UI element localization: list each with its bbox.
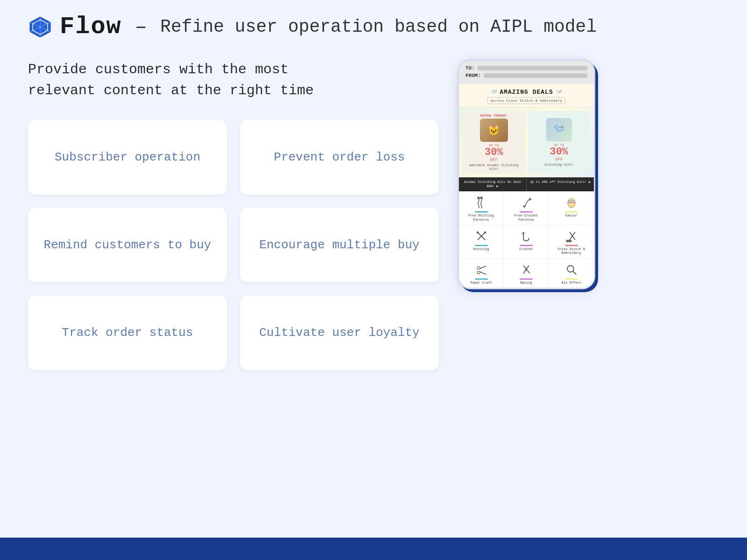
- right-panel: TO: FROM: 🪡 AMAZING DEALS 🪡 ac: [458, 59, 602, 370]
- category-name-paper-craft: Paper Craft: [471, 281, 492, 285]
- email-header: TO: FROM:: [459, 61, 594, 84]
- search-icon: [563, 262, 580, 277]
- svg-point-11: [477, 231, 478, 233]
- tagline: Provide customers with the most relevant…: [28, 59, 355, 101]
- cat-image: 🐱: [480, 119, 508, 142]
- svg-line-19: [479, 266, 486, 269]
- category-name-cross-stitch: Cross Stitch &Embroidery: [557, 247, 585, 255]
- header: Flow – Refine user operation based on AI…: [0, 0, 747, 50]
- knitting-underline: [475, 211, 488, 212]
- svg-point-23: [525, 269, 527, 271]
- card-encourage-multiple-buy[interactable]: Encourage multiple buy: [240, 208, 439, 282]
- cross-stitch-icon: xxx: [563, 229, 580, 244]
- cta-btn-right[interactable]: Up to 30% off Stitching Kits! ▶: [527, 177, 594, 191]
- header-subtitle: Refine user operation based on AIPL mode…: [160, 17, 597, 37]
- category-name-crochet2: Crochet: [519, 247, 533, 251]
- baking-icon: [518, 262, 535, 277]
- category-cross-stitch[interactable]: xxx Cross Stitch &Embroidery: [549, 225, 594, 259]
- app-title: Flow: [60, 13, 122, 41]
- svg-point-5: [478, 197, 479, 199]
- categories-grid: Free KnittingPatterns Free CrochetPatter…: [459, 191, 594, 288]
- card-cultivate-user-loyalty[interactable]: Cultivate user loyalty: [240, 295, 439, 370]
- easter-icon: [563, 195, 580, 210]
- card-label-subscriber-operation: Subscriber operation: [55, 150, 200, 164]
- svg-line-25: [573, 271, 576, 274]
- promo-left-desc: adorable animal stitching kits!: [465, 163, 522, 171]
- email-to-label: TO:: [465, 65, 475, 71]
- svg-point-24: [567, 266, 574, 272]
- category-paper-craft[interactable]: Paper Craft: [459, 259, 504, 288]
- email-from-field: FROM:: [465, 73, 587, 78]
- svg-point-12: [484, 231, 486, 233]
- promo-right-discount: 30%: [550, 147, 568, 157]
- promo-right-image: 🪡: [546, 118, 572, 141]
- svg-line-20: [479, 272, 486, 274]
- phone-mockup: TO: FROM: 🪡 AMAZING DEALS 🪡 ac: [458, 59, 595, 289]
- crochet-icon: [518, 195, 535, 210]
- flow-logo-icon: [28, 15, 52, 39]
- card-track-order-status[interactable]: Track order status: [28, 295, 227, 370]
- scissors-underline: [475, 279, 488, 280]
- promo-left-off: OFF: [490, 158, 498, 162]
- category-crochet2[interactable]: Crochet: [504, 225, 549, 259]
- card-prevent-order-loss[interactable]: Prevent order loss: [240, 120, 439, 195]
- card-subscriber-operation[interactable]: Subscriber operation: [28, 120, 227, 195]
- deals-title: AMAZING DEALS: [500, 89, 553, 96]
- email-to-field: TO:: [465, 65, 587, 71]
- promo-area: ANIMAL PARADE! 🐱 UP TO 30% OFF adorable …: [459, 107, 594, 177]
- cross-stitch-underline: [565, 245, 578, 246]
- knitting-icon: [473, 195, 490, 210]
- main-content: Provide customers with the most relevant…: [0, 50, 747, 370]
- category-easter[interactable]: Easter: [549, 191, 594, 225]
- promo-left: ANIMAL PARADE! 🐱 UP TO 30% OFF adorable …: [463, 111, 525, 174]
- all-offers-underline: [565, 279, 578, 280]
- hook-underline: [520, 245, 533, 246]
- category-name-baking: Baking: [520, 281, 532, 285]
- cards-grid: Subscriber operation Prevent order loss …: [28, 120, 439, 370]
- deals-banner: 🪡 AMAZING DEALS 🪡 across Cross Stitch & …: [459, 84, 594, 107]
- crochet-underline: [520, 211, 533, 212]
- category-free-knitting[interactable]: Free KnittingPatterns: [459, 191, 504, 225]
- category-knitting[interactable]: Knitting: [459, 225, 504, 259]
- promo-right: 🪡 UP TO 30% OFF stitching kits!: [528, 111, 591, 174]
- promo-right-off: OFF: [555, 157, 563, 162]
- baking-underline: [520, 279, 533, 280]
- promo-left-discount: 30%: [485, 147, 503, 158]
- category-name-knitting: Free KnittingPatterns: [468, 214, 494, 222]
- card-remind-customers[interactable]: Remind customers to buy: [28, 208, 227, 282]
- easter-underline: [565, 211, 578, 212]
- needles-underline: [475, 245, 488, 246]
- hook-icon: [518, 229, 535, 244]
- cta-btn-left[interactable]: Animal Stitching Kits On Sale NOW! ▶: [459, 177, 527, 191]
- category-name-easter: Easter: [565, 214, 577, 217]
- category-name-all-offers: All Offers: [562, 281, 581, 285]
- email-to-value: [478, 66, 587, 70]
- card-label-remind-customers: Remind customers to buy: [44, 238, 211, 252]
- category-all-offers[interactable]: All Offers: [549, 259, 594, 288]
- email-from-label: FROM:: [465, 73, 481, 78]
- left-panel: Provide customers with the most relevant…: [28, 59, 439, 370]
- card-label-prevent-order-loss: Prevent order loss: [274, 150, 405, 164]
- cta-buttons: Animal Stitching Kits On Sale NOW! ▶ Up …: [459, 177, 594, 191]
- deals-subtitle: across Cross Stitch & Embroidery: [487, 97, 566, 104]
- promo-animal-parade-tag: ANIMAL PARADE!: [480, 114, 507, 118]
- svg-point-6: [480, 197, 482, 199]
- card-label-encourage-multiple-buy: Encourage multiple buy: [259, 238, 419, 252]
- svg-text:xxx: xxx: [566, 239, 571, 242]
- bottom-bar: [0, 538, 747, 560]
- scissors-icon: [473, 262, 490, 277]
- email-from-value: [484, 73, 587, 78]
- needles-icon: [473, 229, 490, 244]
- email-body: 🪡 AMAZING DEALS 🪡 across Cross Stitch & …: [459, 84, 594, 288]
- category-baking[interactable]: Baking: [504, 259, 549, 288]
- card-label-cultivate-user-loyalty: Cultivate user loyalty: [259, 326, 419, 340]
- category-name-knitting2: Knitting: [473, 247, 489, 251]
- header-dash: –: [135, 15, 147, 39]
- card-label-track-order-status: Track order status: [62, 326, 193, 340]
- promo-right-desc: stitching kits!: [544, 163, 574, 167]
- category-free-crochet[interactable]: Free CrochetPatterns: [504, 191, 549, 225]
- category-name-crochet: Free CrochetPatterns: [514, 214, 538, 222]
